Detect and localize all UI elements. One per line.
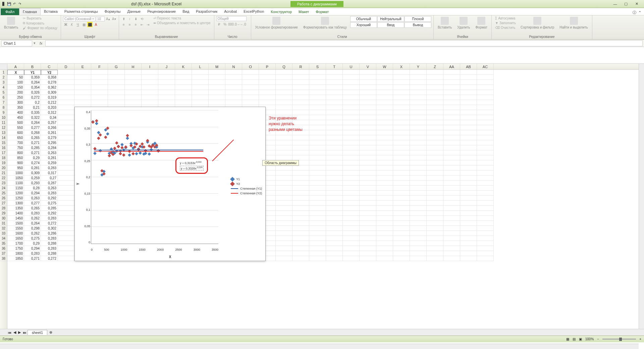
cell[interactable] <box>326 191 343 196</box>
cell[interactable] <box>74 95 91 100</box>
col-header[interactable]: Z <box>427 64 443 69</box>
cell[interactable] <box>58 176 74 181</box>
cell[interactable] <box>259 80 276 85</box>
cell[interactable] <box>477 251 494 256</box>
cell[interactable] <box>108 95 125 100</box>
cell[interactable] <box>393 125 410 130</box>
cell[interactable] <box>142 85 158 90</box>
cell[interactable] <box>309 186 326 191</box>
cell[interactable] <box>460 186 477 191</box>
cell[interactable] <box>393 95 410 100</box>
cell[interactable] <box>309 181 326 186</box>
cell[interactable] <box>477 85 494 90</box>
cell[interactable] <box>443 211 460 216</box>
cell[interactable] <box>427 160 443 165</box>
cell[interactable] <box>326 181 343 186</box>
cell[interactable] <box>427 201 443 206</box>
cell[interactable] <box>460 170 477 176</box>
cell[interactable] <box>259 90 276 95</box>
style-cell[interactable]: Плохой <box>405 16 431 22</box>
cell[interactable] <box>242 95 259 100</box>
conditional-format-button[interactable]: Условное форматирование <box>253 16 300 30</box>
sheet-tab[interactable]: sheet1 <box>28 330 47 335</box>
cell[interactable] <box>58 80 74 85</box>
cell[interactable] <box>326 165 343 170</box>
cell[interactable] <box>360 135 376 140</box>
cell[interactable] <box>443 206 460 211</box>
cell[interactable] <box>410 176 427 181</box>
col-header[interactable]: Y <box>410 64 427 69</box>
cell[interactable] <box>427 181 443 186</box>
cell[interactable] <box>393 206 410 211</box>
cell[interactable] <box>427 70 443 75</box>
cell[interactable] <box>477 256 494 261</box>
cell[interactable] <box>309 246 326 251</box>
cell[interactable] <box>393 226 410 231</box>
cell[interactable] <box>108 85 125 90</box>
cell[interactable] <box>443 231 460 236</box>
cell[interactable] <box>142 70 158 75</box>
cell[interactable]: 0,271 <box>24 150 41 155</box>
cell[interactable] <box>58 150 74 155</box>
row-header[interactable]: 2 <box>0 75 7 80</box>
cell[interactable] <box>477 130 494 135</box>
cell[interactable] <box>393 186 410 191</box>
cell[interactable] <box>477 165 494 170</box>
cell[interactable] <box>376 181 393 186</box>
cell[interactable] <box>393 155 410 160</box>
cell[interactable]: 1700 <box>7 241 24 246</box>
cell[interactable] <box>309 110 326 115</box>
tab-Разметка страницы[interactable]: Разметка страницы <box>61 8 101 15</box>
cell[interactable] <box>309 256 326 261</box>
cell[interactable] <box>276 135 292 140</box>
tab-Acrobat[interactable]: Acrobat <box>221 8 240 15</box>
cell[interactable] <box>343 211 360 216</box>
cell[interactable] <box>292 236 309 241</box>
horizontal-scrollbar[interactable] <box>0 344 639 349</box>
cell[interactable] <box>393 80 410 85</box>
cell[interactable] <box>376 90 393 95</box>
cell[interactable] <box>192 70 209 75</box>
format-table-button[interactable]: Форматировать как таблицу <box>301 16 349 30</box>
cell[interactable] <box>74 100 91 105</box>
row-header[interactable]: 30 <box>0 216 7 221</box>
autosum-button[interactable]: Σ Автосумма <box>494 16 517 20</box>
cell[interactable] <box>292 150 309 155</box>
cell[interactable] <box>376 75 393 80</box>
cell[interactable] <box>142 100 158 105</box>
cell[interactable] <box>477 115 494 120</box>
col-header[interactable]: AB <box>460 64 477 69</box>
cell[interactable] <box>427 110 443 115</box>
cell[interactable] <box>292 140 309 145</box>
col-header[interactable]: G <box>108 64 125 69</box>
cell[interactable] <box>276 256 292 261</box>
cell[interactable] <box>460 176 477 181</box>
cell[interactable] <box>460 100 477 105</box>
row-header[interactable]: 23 <box>0 181 7 186</box>
cell[interactable] <box>108 75 125 80</box>
cell[interactable] <box>192 75 209 80</box>
cell[interactable] <box>477 120 494 125</box>
cell[interactable] <box>410 236 427 241</box>
cell[interactable] <box>360 140 376 145</box>
cell[interactable] <box>91 70 108 75</box>
cell[interactable] <box>343 85 360 90</box>
cell[interactable] <box>460 135 477 140</box>
col-header[interactable]: N <box>225 64 242 69</box>
cell[interactable] <box>443 110 460 115</box>
cell[interactable] <box>58 125 74 130</box>
cell[interactable] <box>209 70 225 75</box>
cell[interactable] <box>376 176 393 181</box>
cell[interactable] <box>309 145 326 150</box>
cell[interactable] <box>125 100 142 105</box>
cell[interactable] <box>410 181 427 186</box>
cell[interactable] <box>58 241 74 246</box>
cell[interactable] <box>225 100 242 105</box>
cell[interactable] <box>91 95 108 100</box>
cell[interactable]: 0,203 <box>41 105 58 110</box>
help-icon[interactable]: ⓘ <box>633 10 636 15</box>
cell[interactable] <box>292 70 309 75</box>
cell[interactable]: 500 <box>7 120 24 125</box>
cell[interactable] <box>326 135 343 140</box>
cell[interactable] <box>360 105 376 110</box>
